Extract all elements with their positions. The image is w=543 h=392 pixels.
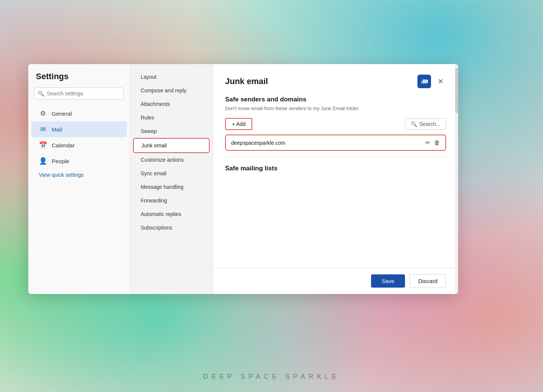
content-title: Junk email — [225, 77, 268, 86]
safe-mailing-title: Safe mailing lists — [225, 165, 446, 172]
sidebar-item-calendar[interactable]: 📅 Calendar — [31, 137, 127, 153]
submenu-item-forwarding[interactable]: Forwarding — [133, 194, 210, 207]
footer: Save Discard — [213, 268, 458, 294]
entry-actions: ✏ 🗑 — [425, 139, 440, 146]
settings-panel: Settings 🔍 ⚙ General ✉ Mail 📅 Calendar 👤… — [28, 64, 458, 294]
safe-sender-entry: deepspacesparkle.com ✏ 🗑 — [225, 135, 446, 151]
sidebar-item-mail[interactable]: ✉ Mail — [31, 121, 127, 137]
view-quick-settings-link[interactable]: View quick settings — [31, 169, 127, 181]
safe-sender-value: deepspacesparkle.com — [231, 140, 285, 146]
content-area: Junk email O ✕ Safe senders and domains … — [213, 64, 458, 294]
save-button[interactable]: Save — [371, 274, 405, 288]
edit-icon[interactable]: ✏ — [425, 139, 430, 146]
content-header: Junk email O ✕ — [225, 75, 446, 88]
mail-icon: ✉ — [39, 125, 47, 133]
scrollbar-thumb[interactable] — [455, 68, 458, 113]
submenu-item-sweep[interactable]: Sweep — [133, 124, 210, 138]
calendar-icon: 📅 — [39, 141, 47, 149]
outlook-icon-button[interactable]: O — [417, 75, 431, 88]
search-icon: 🔍 — [38, 90, 44, 96]
search-box[interactable]: 🔍 — [34, 87, 124, 100]
search-input[interactable] — [34, 87, 124, 100]
submenu-item-sync-email[interactable]: Sync email — [133, 167, 210, 180]
submenu-item-message-handling[interactable]: Message handling — [133, 180, 210, 194]
submenu-item-customize-actions[interactable]: Customize actions — [133, 153, 210, 167]
submenu-item-compose-reply[interactable]: Compose and reply — [133, 84, 210, 97]
content-scroll: Safe senders and domains Don't move emai… — [225, 96, 446, 294]
submenu-item-attachments[interactable]: Attachments — [133, 97, 210, 111]
submenu: Layout Compose and reply Attachments Rul… — [130, 64, 213, 294]
sidebar-item-general[interactable]: ⚙ General — [31, 106, 127, 121]
header-actions: O ✕ — [417, 75, 446, 88]
delete-icon[interactable]: 🗑 — [434, 139, 440, 146]
close-button[interactable]: ✕ — [435, 76, 446, 87]
outlook-logo-icon: O — [420, 77, 428, 86]
safe-senders-title: Safe senders and domains — [225, 96, 446, 103]
discard-button[interactable]: Discard — [410, 274, 446, 288]
gear-icon: ⚙ — [39, 109, 47, 118]
people-icon: 👤 — [39, 157, 47, 165]
submenu-item-rules[interactable]: Rules — [133, 111, 210, 124]
add-button[interactable]: + Add — [225, 118, 252, 130]
scrollbar-track — [455, 64, 458, 294]
submenu-item-automatic-replies[interactable]: Automatic replies — [133, 207, 210, 221]
svg-text:O: O — [421, 80, 424, 84]
sidebar: Settings 🔍 ⚙ General ✉ Mail 📅 Calendar 👤… — [28, 64, 130, 294]
submenu-item-subscriptions[interactable]: Subscriptions — [133, 221, 210, 234]
submenu-item-layout[interactable]: Layout — [133, 70, 210, 84]
safe-senders-description: Don't move email from these senders to m… — [225, 106, 446, 111]
branding-text: DEEP SPACE SPARKLE — [203, 373, 340, 381]
search-entries-icon: 🔍 — [411, 121, 417, 127]
sidebar-item-people[interactable]: 👤 People — [31, 153, 127, 169]
settings-title: Settings — [28, 72, 130, 87]
submenu-item-junk-email[interactable]: Junk email — [133, 138, 210, 153]
action-bar: + Add 🔍 Search... — [225, 118, 446, 130]
divider — [225, 157, 446, 157]
search-entries-button[interactable]: 🔍 Search... — [405, 118, 446, 130]
